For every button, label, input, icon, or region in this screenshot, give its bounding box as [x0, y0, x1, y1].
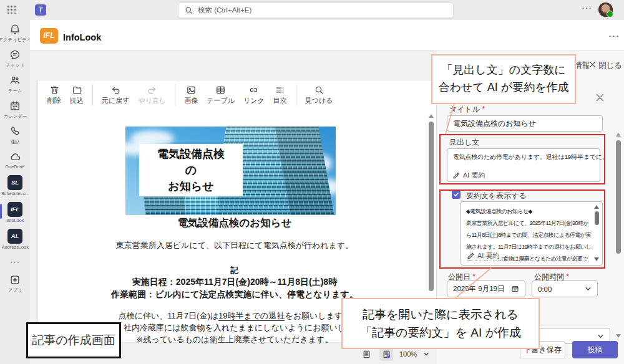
pen-icon	[467, 252, 474, 260]
summary-scrollbar-up[interactable]	[594, 205, 599, 209]
zoom-level: 100%	[399, 350, 417, 358]
summary-scrollbar-thumb[interactable]	[595, 211, 599, 225]
presence-available-badge	[607, 11, 613, 17]
panel-close-icon[interactable]	[596, 93, 604, 102]
close-app-button[interactable]: 閉じる	[598, 60, 622, 71]
article-ki: 記	[38, 265, 431, 276]
delete-button[interactable]: 削除	[43, 83, 66, 107]
sidebar-item-addresslook[interactable]: AL AddressLook	[0, 226, 30, 252]
app-more-button[interactable]: ···	[608, 30, 620, 41]
publish-date-input[interactable]: 2025年 9月19日	[447, 280, 525, 297]
article-intro: 東京営業所入居ビルにて、以下日程にて電気点検が行われます。	[38, 240, 431, 251]
trash-icon	[49, 85, 60, 95]
redo-button[interactable]: やり直し	[134, 83, 171, 107]
datepicker-calendar-icon[interactable]	[511, 285, 519, 293]
image-button[interactable]: 画像	[180, 83, 202, 107]
sidebar-item-calendar[interactable]: カレンダー	[0, 97, 30, 122]
app-title: InfoLook	[63, 32, 101, 42]
folder-icon	[72, 85, 82, 95]
undo-button[interactable]: 元に戻す	[97, 83, 134, 107]
bell-icon	[9, 23, 21, 36]
annotation-summary-callout: 記事を開いた際に表示される 「記事の要約文」を AI が作成	[341, 298, 540, 349]
editor-scrollbar-up[interactable]	[429, 114, 434, 118]
teams-left-rail: アクティビティ チャット チーム カレンダー 通話 OneDrive SL Sc…	[0, 20, 30, 364]
chevron-down-icon	[585, 285, 592, 292]
sidebar-item-teams[interactable]: チーム	[0, 71, 30, 97]
ai-summary-button-headline[interactable]: AI 要約	[452, 171, 485, 180]
search-input[interactable]: 検索 (Ctrl+Alt+E)	[178, 2, 454, 18]
article-heading: 電気設備点検のお知らせ	[38, 216, 431, 230]
phone-icon	[9, 125, 21, 138]
addresslook-logo-icon: AL	[7, 229, 22, 244]
title-field-label: タイトル *	[449, 104, 485, 115]
load-button[interactable]: 読込	[66, 83, 88, 107]
apps-plus-icon	[9, 274, 21, 286]
screen-label-box: 記事の作成画面	[26, 322, 121, 358]
teams-topbar: T 検索 (Ctrl+Alt+E) ···	[0, 0, 624, 20]
toc-button[interactable]: 目次	[269, 83, 291, 107]
sidebar-item-chat[interactable]: チャット	[0, 46, 30, 71]
link-icon	[248, 85, 259, 95]
publish-time-select[interactable]: 0:00	[532, 280, 598, 297]
sidebar-item-schedulelook[interactable]: SL ScheduleLo...	[0, 172, 30, 199]
toc-icon	[275, 85, 285, 95]
show-summary-checkbox[interactable]	[452, 190, 461, 199]
editor-toolbar: 削除 読込 元に戻す やり直し 画像 テーブル	[38, 80, 436, 109]
summary-scrollbar-down[interactable]	[594, 257, 599, 261]
teams-logo-icon[interactable]: T	[35, 4, 46, 16]
check-icon	[453, 191, 459, 198]
rail-more-button[interactable]: ···	[10, 252, 20, 271]
panel-scrollbar-down[interactable]	[616, 334, 621, 338]
headline-value: 電気点検のため停電があります。退社は19時半までに。	[453, 153, 608, 161]
panel-scrollbar-thumb[interactable]	[616, 140, 621, 254]
search-placeholder: 検索 (Ctrl+Alt+E)	[198, 6, 251, 15]
preview-mode-button[interactable]	[379, 347, 393, 361]
image-icon	[186, 85, 197, 95]
toolbar-divider	[175, 84, 175, 105]
sidebar-item-calls[interactable]: 通話	[0, 122, 30, 148]
document-check-icon	[382, 350, 391, 359]
table-icon	[215, 85, 226, 95]
skyscraper-left2	[185, 195, 218, 215]
annotation-headline-callout: 「見出し文」の文字数に 合わせて AI が要約を作成	[431, 54, 576, 104]
avatar[interactable]	[598, 2, 613, 17]
article-schedule: 実施日程：2025年11月7日(金)20時～11月8日(土)8時	[38, 277, 431, 288]
search-icon	[185, 6, 193, 14]
editor-scrollbar-thumb[interactable]	[429, 122, 434, 291]
app-header	[30, 20, 624, 50]
waffle-menu-icon[interactable]	[7, 6, 16, 14]
chevron-down-icon	[597, 333, 604, 340]
sidebar-item-activity[interactable]: アクティビティ	[0, 20, 30, 46]
headline-field-label: 見出し文	[449, 137, 479, 148]
close-app-icon	[589, 61, 596, 68]
find-button[interactable]: 見つける	[301, 83, 338, 107]
post-button[interactable]: 投稿	[572, 341, 618, 358]
document-icon	[362, 350, 371, 359]
link-button[interactable]: リンク	[239, 83, 269, 107]
editor-status-bar: 100%	[359, 347, 429, 361]
topbar-more-button[interactable]: ···	[582, 2, 592, 12]
sidebar-item-infolook[interactable]: IFL InfoLook	[0, 199, 30, 226]
zoom-chevron-icon[interactable]	[423, 351, 429, 357]
undo-icon	[110, 85, 121, 95]
underlined-text: 19時半までの退社	[218, 311, 285, 321]
pen-icon	[452, 172, 460, 180]
infolook-header-logo-icon: IFL	[40, 28, 58, 44]
table-button[interactable]: テーブル	[202, 83, 239, 107]
find-icon	[314, 85, 324, 95]
sidebar-item-apps[interactable]: アプリ	[0, 271, 30, 296]
sidebar-item-onedrive[interactable]: OneDrive	[0, 148, 30, 172]
info-button[interactable]: 情報	[574, 60, 590, 71]
title-input[interactable]: 電気設備点検のお知らせ	[447, 115, 603, 132]
toolbar-divider	[296, 84, 296, 105]
image-title-box: 電気設備点検 の お知らせ	[139, 144, 243, 196]
view-mode-button[interactable]	[359, 347, 373, 361]
people-icon	[9, 74, 21, 87]
teams-window: T 検索 (Ctrl+Alt+E) ··· アクティビティ チャット チーム カ…	[0, 0, 624, 364]
infolook-logo-icon: IFL	[7, 202, 22, 217]
schedulelook-logo-icon: SL	[7, 175, 22, 190]
ai-summary-button-summary[interactable]: AI 要約	[464, 251, 502, 261]
show-summary-label: 要約文を表示する	[466, 191, 527, 201]
panel-scrollbar-up[interactable]	[616, 133, 621, 136]
chat-icon	[9, 49, 21, 61]
